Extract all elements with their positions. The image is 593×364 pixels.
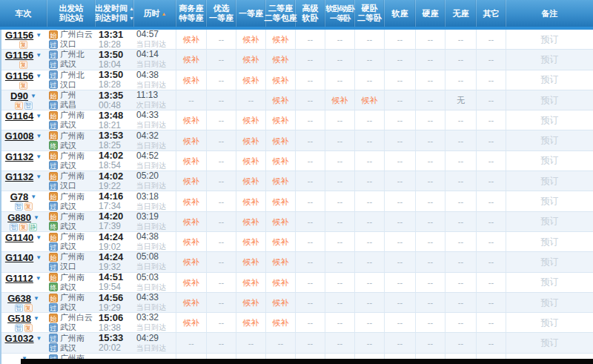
waitlist-button[interactable]: 候补 bbox=[243, 156, 259, 165]
waitlist-button[interactable]: 候补 bbox=[183, 257, 199, 266]
book-button[interactable]: 预订 bbox=[541, 94, 559, 107]
chevron-down-icon[interactable]: ▼ bbox=[33, 214, 39, 221]
waitlist-button[interactable]: 候补 bbox=[243, 298, 259, 307]
waitlist-button[interactable]: 候补 bbox=[243, 237, 259, 246]
waitlist-button[interactable]: 候补 bbox=[273, 318, 289, 327]
book-button[interactable]: 预订 bbox=[541, 236, 559, 248]
waitlist-button[interactable]: 候补 bbox=[243, 318, 259, 327]
chevron-down-icon[interactable]: ▼ bbox=[36, 153, 42, 160]
stations-cell: 始广州南终武汉 bbox=[47, 273, 95, 292]
waitlist-button[interactable]: 候补 bbox=[183, 278, 199, 287]
waitlist-button[interactable]: 候补 bbox=[273, 156, 289, 165]
waitlist-button[interactable]: 候补 bbox=[332, 96, 348, 105]
chevron-down-icon[interactable]: ▼ bbox=[36, 52, 42, 59]
book-button[interactable]: 预订 bbox=[541, 215, 559, 228]
waitlist-button[interactable]: 候补 bbox=[273, 96, 289, 105]
waitlist-button[interactable]: 候补 bbox=[183, 156, 199, 165]
train-number-link[interactable]: G1140 bbox=[5, 253, 33, 262]
waitlist-button[interactable]: 候补 bbox=[273, 298, 289, 307]
train-number-link[interactable]: G78 bbox=[10, 192, 29, 202]
waitlist-button[interactable]: 候补 bbox=[183, 176, 199, 185]
train-number-link[interactable]: G1156 bbox=[5, 50, 33, 60]
waitlist-button[interactable]: 候补 bbox=[183, 76, 199, 85]
chevron-down-icon[interactable]: ▼ bbox=[36, 275, 42, 282]
waitlist-button[interactable]: 候补 bbox=[243, 55, 259, 64]
train-number-link[interactable]: G880 bbox=[7, 213, 31, 222]
waitlist-button[interactable]: 候补 bbox=[243, 176, 259, 185]
sort-asc-icon[interactable]: ▲ bbox=[162, 9, 167, 19]
chevron-down-icon[interactable]: ▼ bbox=[36, 335, 42, 342]
seat-cell-preferred-first: -- bbox=[206, 171, 236, 191]
book-button[interactable]: 预订 bbox=[541, 337, 559, 349]
chevron-down-icon[interactable]: ▼ bbox=[36, 173, 42, 180]
waitlist-button[interactable]: 候补 bbox=[243, 76, 259, 85]
train-number-link[interactable]: G1032 bbox=[5, 334, 34, 343]
book-button[interactable]: 预订 bbox=[541, 53, 559, 66]
book-button[interactable]: 预订 bbox=[541, 297, 559, 309]
waitlist-button[interactable]: 候补 bbox=[243, 35, 259, 44]
chevron-down-icon[interactable]: ▼ bbox=[30, 193, 36, 200]
waitlist-button[interactable]: 候补 bbox=[183, 217, 199, 226]
waitlist-button[interactable]: 候补 bbox=[243, 278, 259, 287]
train-number-link[interactable]: G1140 bbox=[5, 233, 33, 242]
train-number-link[interactable]: G638 bbox=[7, 294, 31, 303]
chevron-down-icon[interactable]: ▼ bbox=[33, 295, 39, 302]
waitlist-button[interactable]: 候补 bbox=[183, 237, 199, 246]
waitlist-button[interactable]: 候补 bbox=[243, 257, 259, 266]
waitlist-button[interactable]: 候补 bbox=[273, 197, 289, 206]
waitlist-button[interactable]: 候补 bbox=[273, 176, 289, 185]
chevron-down-icon[interactable]: ▼ bbox=[36, 234, 42, 241]
waitlist-button[interactable]: 候补 bbox=[273, 35, 289, 44]
book-button[interactable]: 预订 bbox=[541, 276, 559, 288]
waitlist-button[interactable]: 候补 bbox=[243, 136, 259, 145]
waitlist-button[interactable]: 候补 bbox=[183, 35, 199, 44]
waitlist-button[interactable]: 候补 bbox=[273, 217, 289, 226]
waitlist-button[interactable]: 候补 bbox=[273, 237, 289, 246]
book-button[interactable]: 预订 bbox=[541, 175, 559, 188]
unavailable-dash: -- bbox=[428, 318, 433, 327]
train-number-link[interactable]: G1156 bbox=[5, 30, 33, 40]
waitlist-button[interactable]: 候补 bbox=[183, 298, 199, 307]
train-number-link[interactable]: G1008 bbox=[5, 131, 34, 141]
chevron-down-icon[interactable]: ▼ bbox=[33, 315, 39, 322]
chevron-down-icon[interactable]: ▼ bbox=[36, 133, 42, 139]
book-button[interactable]: 预订 bbox=[541, 256, 559, 268]
waitlist-button[interactable]: 候补 bbox=[183, 197, 199, 206]
col-header-times[interactable]: 出发时间▲到达时间▼ bbox=[95, 0, 133, 27]
chevron-down-icon[interactable]: ▼ bbox=[36, 113, 42, 119]
waitlist-button[interactable]: 候补 bbox=[243, 197, 259, 206]
book-button[interactable]: 预订 bbox=[541, 73, 559, 86]
waitlist-button[interactable]: 候补 bbox=[183, 55, 199, 64]
book-button[interactable]: 预订 bbox=[541, 195, 559, 208]
train-number-link[interactable]: G1132 bbox=[5, 172, 33, 182]
chevron-down-icon[interactable]: ▼ bbox=[36, 73, 42, 79]
chevron-down-icon[interactable]: ▼ bbox=[36, 254, 42, 261]
book-button[interactable]: 预订 bbox=[541, 317, 559, 329]
train-number-link[interactable]: G518 bbox=[7, 314, 31, 323]
waitlist-button[interactable]: 候补 bbox=[362, 96, 378, 105]
train-number-link[interactable]: G1156 bbox=[5, 71, 33, 81]
waitlist-button[interactable]: 候补 bbox=[273, 76, 289, 85]
waitlist-button[interactable]: 候补 bbox=[243, 116, 259, 125]
book-button[interactable]: 预订 bbox=[541, 134, 559, 147]
train-number-link[interactable]: D90 bbox=[10, 91, 28, 101]
train-number-link[interactable]: G1164 bbox=[5, 111, 33, 121]
waitlist-button[interactable]: 候补 bbox=[273, 257, 289, 266]
waitlist-button[interactable]: 候补 bbox=[243, 217, 259, 226]
waitlist-button[interactable]: 候补 bbox=[273, 116, 289, 125]
waitlist-button[interactable]: 候补 bbox=[273, 136, 289, 145]
chevron-down-icon[interactable]: ▼ bbox=[30, 93, 36, 99]
chevron-down-icon[interactable]: ▼ bbox=[36, 32, 42, 39]
book-button[interactable]: 预订 bbox=[541, 114, 559, 127]
waitlist-button[interactable]: 候补 bbox=[273, 278, 289, 287]
seat-cell-deluxe-sleeper: -- bbox=[295, 212, 325, 231]
col-header-duration[interactable]: 历时▲ bbox=[133, 0, 176, 27]
waitlist-button[interactable]: 候补 bbox=[273, 55, 289, 64]
train-number-link[interactable]: G1112 bbox=[5, 274, 33, 283]
waitlist-button[interactable]: 候补 bbox=[183, 136, 199, 145]
train-number-link[interactable]: G1132 bbox=[5, 152, 33, 162]
book-button[interactable]: 预订 bbox=[541, 33, 559, 46]
book-button[interactable]: 预订 bbox=[541, 154, 559, 167]
waitlist-button[interactable]: 候补 bbox=[183, 116, 199, 125]
waitlist-button[interactable]: 候补 bbox=[183, 318, 199, 327]
